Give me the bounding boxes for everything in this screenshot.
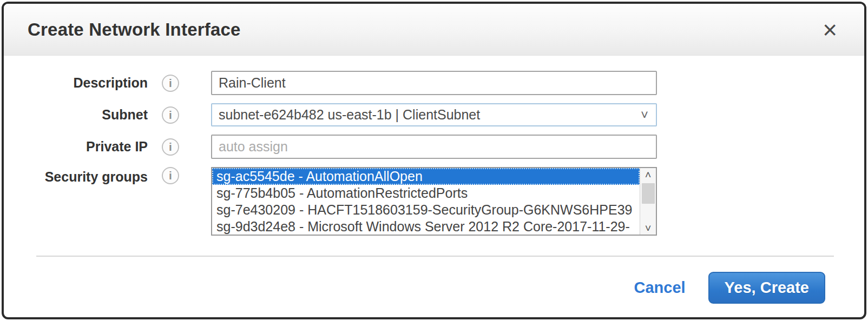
description-input[interactable] [211, 71, 657, 95]
security-groups-label: Security groups [4, 169, 148, 185]
description-row: Description i [4, 71, 864, 95]
security-groups-listbox: sg-ac5545de - AutomationAllOpen sg-775b4… [211, 167, 657, 236]
dialog-body: Description i Subnet i subnet-e624b482 u… [4, 56, 864, 236]
close-icon[interactable]: × [823, 17, 837, 42]
list-item[interactable]: sg-775b4b05 - AutomationRestrictedPorts [212, 185, 640, 202]
chevron-down-icon: ˅ [641, 109, 648, 122]
private-ip-label: Private IP [4, 139, 148, 155]
private-ip-control [211, 135, 657, 159]
security-groups-control: sg-ac5545de - AutomationAllOpen sg-775b4… [211, 167, 657, 236]
subnet-control: subnet-e624b482 us-east-1b | ClientSubne… [211, 103, 657, 126]
scroll-up-icon[interactable]: ˄ [645, 169, 652, 180]
private-ip-info-icon[interactable]: i [162, 138, 179, 156]
subnet-info-icon[interactable]: i [162, 106, 179, 124]
dialog-header: Create Network Interface × [4, 4, 864, 56]
list-item[interactable]: sg-7e430209 - HACFT1518603159-SecurityGr… [212, 202, 640, 218]
dialog-footer: Cancel Yes, Create [4, 257, 864, 304]
private-ip-input[interactable] [211, 135, 657, 159]
listbox-scrollbar[interactable]: ˄ ˅ [640, 168, 656, 235]
subnet-row: Subnet i subnet-e624b482 us-east-1b | Cl… [4, 103, 864, 126]
dialog-title: Create Network Interface [28, 19, 241, 40]
list-item[interactable]: sg-9d3d24e8 - Microsoft Windows Server 2… [212, 218, 640, 235]
scrollbar-thumb[interactable] [642, 183, 655, 204]
cancel-button[interactable]: Cancel [634, 279, 686, 297]
list-item[interactable]: sg-ac5545de - AutomationAllOpen [212, 168, 640, 185]
security-groups-options: sg-ac5545de - AutomationAllOpen sg-775b4… [212, 168, 640, 235]
private-ip-row: Private IP i [4, 135, 864, 159]
scroll-down-icon[interactable]: ˅ [645, 223, 652, 233]
description-info-icon[interactable]: i [162, 75, 179, 92]
subnet-selected-value: subnet-e624b482 us-east-1b | ClientSubne… [219, 107, 480, 123]
create-network-interface-dialog: Create Network Interface × Description i… [2, 2, 866, 319]
subnet-select[interactable]: subnet-e624b482 us-east-1b | ClientSubne… [211, 103, 657, 126]
security-groups-info-icon[interactable]: i [162, 167, 179, 184]
description-control [211, 71, 657, 95]
description-label: Description [4, 75, 148, 91]
subnet-label: Subnet [4, 107, 148, 123]
security-groups-row: Security groups i sg-ac5545de - Automati… [4, 167, 864, 236]
yes-create-button[interactable]: Yes, Create [708, 272, 825, 304]
